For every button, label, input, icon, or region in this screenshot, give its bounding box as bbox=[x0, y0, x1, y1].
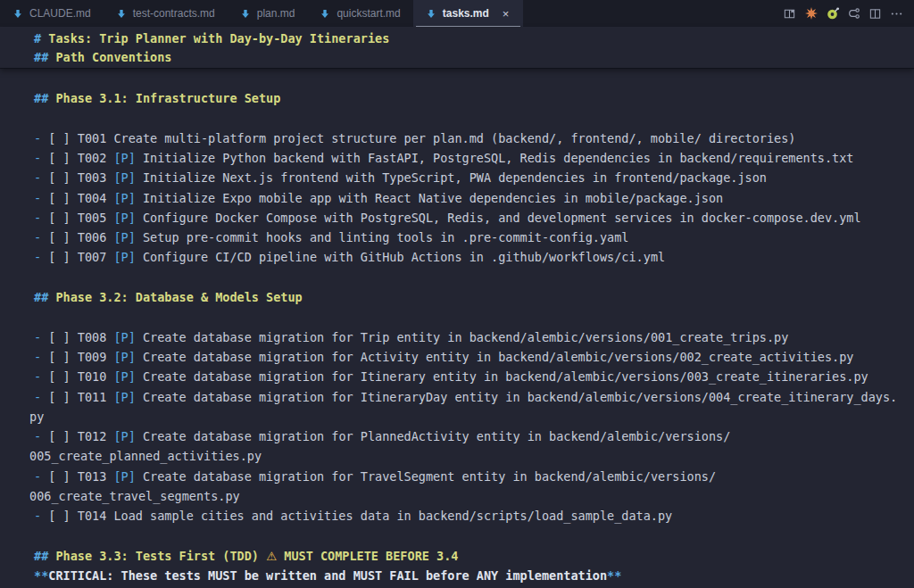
code-segment: 005_create_planned_activities.py bbox=[29, 449, 262, 463]
markdown-file-icon bbox=[12, 8, 23, 19]
code-segment: Configure Docker Compose with PostgreSQL… bbox=[136, 211, 861, 225]
editor-line[interactable]: - [ ] T002 [P] Initialize Python backend… bbox=[0, 148, 914, 168]
code-segment: Create database migration for Activity e… bbox=[136, 350, 854, 364]
editor-action-bar bbox=[781, 0, 914, 27]
code-segment: [ ] T011 bbox=[48, 390, 113, 404]
code-segment: Phase 3.1: Infrastructure Setup bbox=[55, 91, 280, 105]
editor-line[interactable] bbox=[0, 69, 914, 88]
code-segment: Create database migration for PlannedAct… bbox=[136, 429, 730, 443]
code-segment: [ ] T002 bbox=[48, 151, 113, 165]
green-disc-icon[interactable] bbox=[824, 4, 841, 23]
code-segment: py bbox=[29, 410, 44, 424]
editor-line[interactable]: py bbox=[0, 407, 914, 427]
code-segment: - bbox=[34, 250, 48, 264]
code-segment: Create database migration for Itinerary … bbox=[136, 369, 868, 384]
sticky-line[interactable]: # Tasks: Trip Planner with Day-by-Day It… bbox=[0, 29, 914, 48]
code-segment: ## bbox=[34, 91, 55, 105]
tab-test-contracts-md[interactable]: test-contracts.md bbox=[104, 0, 228, 27]
code-segment: Path Conventions bbox=[55, 50, 171, 64]
editor-line[interactable] bbox=[0, 108, 914, 128]
code-segment: ## bbox=[34, 50, 55, 64]
editor-line[interactable]: - [ ] T007 [P] Configure CI/CD pipeline … bbox=[0, 247, 914, 267]
code-segment: - bbox=[34, 191, 48, 205]
editor-line[interactable]: - [ ] T010 [P] Create database migration… bbox=[0, 367, 914, 386]
code-segment: [ ] T014 Load sample cities and activiti… bbox=[48, 509, 672, 523]
code-segment: Create database migration for Trip entit… bbox=[136, 330, 789, 344]
code-segment: - bbox=[34, 211, 48, 225]
editor-line[interactable]: - [ ] T003 [P] Initialize Next.js fronte… bbox=[0, 168, 914, 187]
more-actions-icon[interactable] bbox=[888, 4, 905, 23]
code-segment: - bbox=[34, 469, 48, 484]
editor-line[interactable]: - [ ] T005 [P] Configure Docker Compose … bbox=[0, 208, 914, 228]
editor-line[interactable] bbox=[0, 307, 914, 327]
code-segment: [ ] T008 bbox=[48, 330, 113, 344]
editor-line[interactable]: - [ ] T011 [P] Create database migration… bbox=[0, 387, 914, 407]
starburst-icon[interactable] bbox=[802, 4, 819, 23]
tab-label: quickstart.md bbox=[337, 7, 400, 20]
code-segment: [P] bbox=[113, 350, 135, 364]
editor-line[interactable]: - [ ] T001 Create multi-platform project… bbox=[0, 128, 914, 148]
code-segment: [ ] T007 bbox=[48, 250, 113, 264]
code-segment: [P] bbox=[113, 469, 135, 484]
code-segment: 006_create_travel_segments.py bbox=[29, 489, 240, 503]
code-segment: MUST COMPLETE BEFORE 3.4 bbox=[277, 549, 458, 563]
tab-list: CLAUDE.mdtest-contracts.mdplan.mdquickst… bbox=[0, 0, 523, 27]
code-segment: - bbox=[34, 131, 48, 145]
code-segment: ** bbox=[34, 568, 48, 583]
code-segment: Create database migration for TravelSegm… bbox=[136, 469, 716, 484]
code-segment: - bbox=[34, 350, 48, 364]
code-segment: - bbox=[34, 230, 48, 244]
code-segment: [P] bbox=[113, 191, 135, 205]
code-segment: - bbox=[34, 330, 48, 344]
editor-line[interactable]: ## Phase 3.2: Database & Models Setup bbox=[0, 287, 914, 307]
code-segment: [ ] T009 bbox=[48, 350, 113, 364]
code-segment: [P] bbox=[113, 250, 135, 264]
editor-content[interactable]: ## Phase 3.1: Infrastructure Setup- [ ] … bbox=[0, 69, 914, 586]
editor-line[interactable]: - [ ] T012 [P] Create database migration… bbox=[0, 427, 914, 446]
markdown-file-icon bbox=[426, 8, 436, 19]
sticky-line[interactable]: ## Path Conventions bbox=[0, 48, 914, 67]
editor-line[interactable]: **CRITICAL: These tests MUST be written … bbox=[0, 566, 914, 585]
markdown-file-icon bbox=[320, 8, 330, 19]
sticky-scroll: # Tasks: Trip Planner with Day-by-Day It… bbox=[0, 27, 914, 69]
editor-line[interactable] bbox=[0, 526, 914, 546]
editor-line[interactable]: - [ ] T014 Load sample cities and activi… bbox=[0, 506, 914, 526]
code-segment: CRITICAL: These tests MUST be written an… bbox=[48, 568, 607, 583]
code-segment: - bbox=[34, 170, 48, 185]
editor-line[interactable]: ## Phase 3.1: Infrastructure Setup bbox=[0, 88, 914, 108]
tab-plan-md[interactable]: plan.md bbox=[228, 0, 308, 27]
code-segment: Initialize Python backend with FastAPI, … bbox=[136, 151, 854, 165]
tab-tasks-md[interactable]: tasks.md× bbox=[413, 0, 524, 27]
code-segment: - bbox=[34, 509, 48, 523]
tab-label: test-contracts.md bbox=[133, 7, 215, 20]
code-segment: - bbox=[34, 390, 48, 404]
editor-line[interactable]: - [ ] T006 [P] Setup pre-commit hooks an… bbox=[0, 228, 914, 247]
editor-line[interactable]: 005_create_planned_activities.py bbox=[0, 446, 914, 466]
code-segment: ** bbox=[607, 568, 621, 583]
code-segment: Create database migration for ItineraryD… bbox=[136, 390, 897, 404]
loop-icon[interactable] bbox=[845, 4, 862, 23]
tab-quickstart-md[interactable]: quickstart.md bbox=[307, 0, 412, 27]
code-segment: - bbox=[34, 429, 48, 443]
code-segment: [ ] T012 bbox=[48, 429, 113, 443]
code-segment: Setup pre-commit hooks and linting tools… bbox=[136, 230, 629, 244]
editor-line[interactable]: - [ ] T008 [P] Create database migration… bbox=[0, 327, 914, 347]
code-segment: # bbox=[34, 31, 48, 46]
code-segment: [ ] T004 bbox=[48, 191, 113, 205]
tab-CLAUDE-md[interactable]: CLAUDE.md bbox=[0, 0, 104, 27]
code-segment: [P] bbox=[113, 151, 135, 165]
code-segment: [ ] T013 bbox=[48, 469, 113, 484]
split-editor-icon[interactable] bbox=[867, 4, 884, 23]
editor-line[interactable]: 006_create_travel_segments.py bbox=[0, 486, 914, 506]
close-icon[interactable]: × bbox=[501, 7, 511, 21]
editor-line[interactable]: - [ ] T004 [P] Initialize Expo mobile ap… bbox=[0, 188, 914, 208]
editor-line[interactable] bbox=[0, 268, 914, 287]
editor-line[interactable]: - [ ] T013 [P] Create database migration… bbox=[0, 467, 914, 486]
editor-line[interactable]: - [ ] T009 [P] Create database migration… bbox=[0, 347, 914, 367]
editor-line[interactable]: ## Phase 3.3: Tests First (TDD) ⚠ MUST C… bbox=[0, 546, 914, 566]
code-segment: [P] bbox=[113, 429, 135, 443]
code-segment: Phase 3.3: Tests First (TDD) bbox=[55, 549, 266, 563]
code-segment: [P] bbox=[113, 230, 135, 244]
book-icon[interactable] bbox=[781, 4, 798, 23]
code-segment: ## bbox=[34, 549, 55, 563]
